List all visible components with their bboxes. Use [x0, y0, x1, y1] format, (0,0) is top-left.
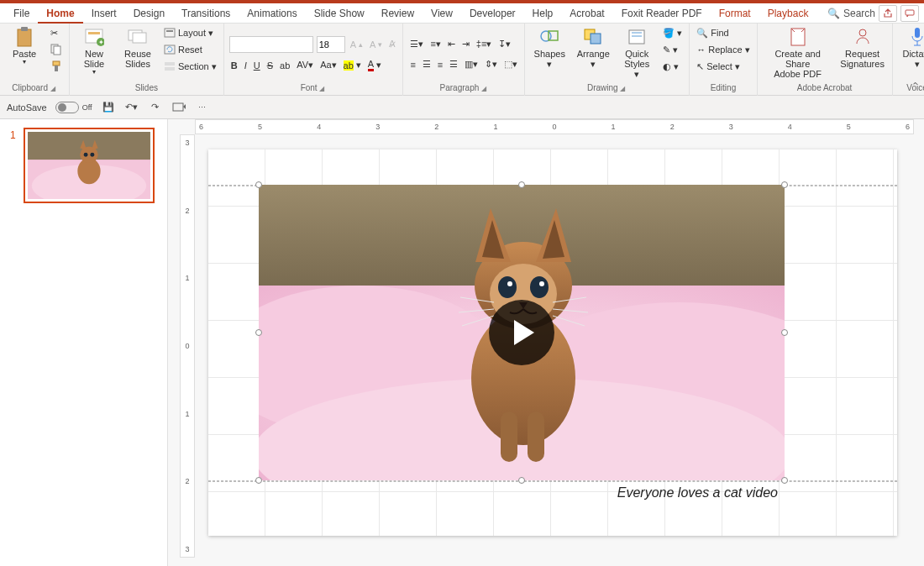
tab-animations[interactable]: Animations: [239, 3, 305, 24]
resize-handle-br[interactable]: [781, 477, 788, 484]
request-signatures-button[interactable]: Request Signatures: [838, 25, 887, 79]
save-button[interactable]: 💾: [101, 100, 116, 115]
tab-format[interactable]: Format: [711, 3, 759, 24]
effects-icon: ◐: [663, 61, 671, 72]
create-pdf-button[interactable]: Create and Share Adobe PDF: [763, 25, 833, 79]
quick-styles-button[interactable]: Quick Styles▾: [617, 25, 656, 79]
shadow-button[interactable]: ab: [278, 58, 291, 73]
format-painter-button[interactable]: [49, 59, 64, 74]
copy-icon: [50, 44, 62, 55]
tab-review[interactable]: Review: [373, 3, 423, 24]
svg-rect-14: [166, 30, 173, 32]
ribbon-tabs: File Home Insert Design Transitions Anim…: [0, 3, 924, 24]
resize-handle-mr[interactable]: [781, 329, 788, 336]
svg-point-50: [498, 276, 517, 298]
clear-format-button[interactable]: A̷: [387, 37, 397, 52]
arrange-button[interactable]: Arrange▾: [574, 25, 612, 79]
autosave-toggle[interactable]: [55, 102, 79, 113]
layout-icon: [164, 28, 176, 38]
tab-design[interactable]: Design: [125, 3, 173, 24]
reset-button[interactable]: Reset: [162, 42, 218, 57]
resize-handle-bl[interactable]: [255, 477, 262, 484]
align-left-button[interactable]: ≡: [408, 57, 417, 72]
bullets-button[interactable]: ☰▾: [408, 37, 425, 52]
numbering-button[interactable]: ≡▾: [428, 37, 442, 52]
resize-handle-ml[interactable]: [255, 329, 262, 336]
strike-button[interactable]: S: [265, 58, 275, 73]
shape-fill-button[interactable]: 🪣▾: [661, 25, 684, 40]
underline-button[interactable]: U: [252, 58, 262, 73]
replace-button[interactable]: ↔Replace ▾: [695, 42, 751, 57]
resize-handle-tm[interactable]: [518, 181, 525, 188]
select-button[interactable]: ↖Select ▾: [695, 59, 751, 74]
shape-outline-button[interactable]: ✎▾: [661, 42, 684, 57]
italic-button[interactable]: I: [243, 58, 249, 73]
tab-file[interactable]: File: [5, 3, 38, 24]
tab-slideshow[interactable]: Slide Show: [306, 3, 373, 24]
share-button[interactable]: [879, 5, 897, 22]
tab-playback[interactable]: Playback: [759, 3, 817, 24]
group-acrobat: Create and Share Adobe PDF Request Signa…: [758, 24, 893, 96]
search-box[interactable]: 🔍 Search: [827, 8, 875, 19]
video-play-button[interactable]: [489, 300, 554, 365]
video-object[interactable]: [259, 185, 785, 480]
undo-button[interactable]: ↶▾: [124, 100, 139, 115]
slide-thumbnail-1[interactable]: 1: [24, 128, 155, 203]
comments-button[interactable]: [900, 5, 919, 22]
resize-handle-bm[interactable]: [518, 477, 525, 484]
bold-button[interactable]: B: [229, 58, 239, 73]
font-color-button[interactable]: A▾: [366, 58, 383, 73]
layout-button[interactable]: Layout ▾: [162, 25, 218, 40]
svg-rect-4: [54, 46, 60, 55]
autosave-state: Off: [82, 103, 92, 112]
grow-font-button[interactable]: A▴: [349, 37, 365, 52]
font-size-input[interactable]: [317, 36, 345, 53]
start-from-beginning-button[interactable]: [171, 100, 186, 115]
columns-button[interactable]: ▥▾: [463, 57, 480, 72]
align-center-button[interactable]: ☰: [421, 57, 433, 72]
tab-developer[interactable]: Developer: [461, 3, 524, 24]
qat-customize-button[interactable]: ⋯: [195, 100, 210, 115]
slide-canvas-area[interactable]: 6543210123456 3210123: [168, 119, 924, 566]
svg-point-31: [80, 147, 97, 163]
shapes-button[interactable]: Shapes▾: [530, 25, 569, 79]
highlight-button[interactable]: ab▾: [342, 58, 363, 73]
new-slide-button[interactable]: ✦ New Slide▾: [75, 25, 113, 79]
signature-icon: [853, 27, 873, 47]
spacing-button[interactable]: AV▾: [295, 58, 315, 73]
increase-indent-button[interactable]: ⇥: [460, 37, 471, 52]
tab-view[interactable]: View: [423, 3, 461, 24]
slide[interactable]: Everyone loves a cat video: [208, 149, 897, 536]
tab-transitions[interactable]: Transitions: [173, 3, 239, 24]
line-spacing-button[interactable]: ‡≡▾: [475, 37, 494, 52]
reuse-slides-button[interactable]: Reuse Slides: [118, 25, 157, 79]
tab-home[interactable]: Home: [38, 3, 82, 24]
section-button[interactable]: Section ▾: [162, 59, 218, 74]
paste-button[interactable]: Paste▾: [5, 25, 44, 79]
shape-effects-button[interactable]: ◐▾: [661, 59, 684, 74]
cut-button[interactable]: ✂: [49, 25, 64, 40]
align-text-button[interactable]: ⇕▾: [483, 57, 499, 72]
justify-button[interactable]: ☰: [448, 57, 459, 72]
dictate-button[interactable]: Dictate▾: [898, 25, 924, 79]
align-right-button[interactable]: ≡: [436, 57, 444, 72]
search-icon: 🔍: [827, 8, 840, 19]
find-button[interactable]: 🔍Find: [695, 25, 751, 40]
shrink-font-button[interactable]: A▾: [368, 37, 384, 52]
tab-foxit[interactable]: Foxit Reader PDF: [613, 3, 711, 24]
redo-button[interactable]: ↷: [148, 100, 163, 115]
tab-insert[interactable]: Insert: [83, 3, 125, 24]
resize-handle-tr[interactable]: [781, 181, 788, 188]
change-case-button[interactable]: Aa▾: [318, 58, 338, 73]
tab-help[interactable]: Help: [524, 3, 562, 24]
caption-text[interactable]: Everyone loves a cat video: [617, 485, 778, 500]
text-direction-button[interactable]: ↧▾: [496, 37, 512, 52]
resize-handle-tl[interactable]: [255, 181, 262, 188]
decrease-indent-button[interactable]: ⇤: [446, 37, 457, 52]
copy-button[interactable]: [49, 42, 64, 57]
svg-point-34: [84, 153, 88, 157]
tab-acrobat[interactable]: Acrobat: [561, 3, 612, 24]
collapse-ribbon-button[interactable]: ⌃: [911, 81, 919, 92]
smartart-button[interactable]: ⬚▾: [502, 57, 519, 72]
font-name-input[interactable]: [229, 36, 313, 53]
